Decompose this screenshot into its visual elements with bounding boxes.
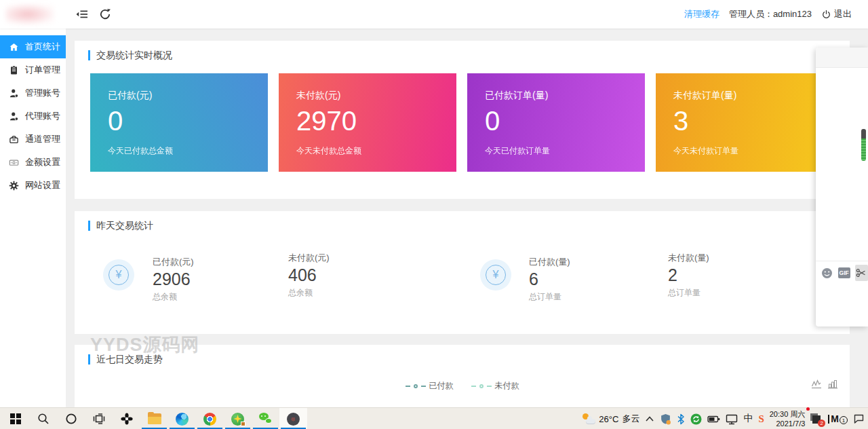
search-button[interactable]	[29, 408, 57, 429]
stat-unpaid-count: 未付款(量) 2 总订单量	[668, 252, 709, 299]
sidebar-item-site-settings[interactable]: 网站设置	[0, 174, 66, 197]
active-app-button[interactable]	[279, 408, 307, 429]
dark-circle-app-icon	[287, 413, 300, 426]
green-star-icon	[231, 413, 244, 426]
task-view-button[interactable]	[85, 408, 113, 429]
sogou-input-icon[interactable]: S	[758, 413, 764, 425]
network-tray-icon[interactable]	[726, 413, 738, 425]
home-icon	[9, 42, 19, 52]
im-tray-icon[interactable]: M 1	[828, 413, 848, 424]
screenshot-button[interactable]	[855, 265, 868, 281]
sidebar-item-home-stats[interactable]: 首页统计	[0, 35, 66, 58]
card-caption: 今天未付款总金额	[296, 145, 361, 157]
user-agent-icon	[9, 111, 19, 122]
edge-browser-button[interactable]	[168, 408, 196, 429]
logout-label: 退出	[834, 8, 852, 20]
card-paid-amount: 已付款(元) 0 今天已付款总金额	[90, 73, 268, 172]
sync-tray-icon[interactable]	[690, 413, 702, 425]
card-label: 未付款(元)	[296, 90, 439, 102]
logout-button[interactable]: 退出	[821, 8, 852, 20]
bluetooth-icon	[677, 413, 685, 425]
card-caption: 今天已付款订单量	[485, 145, 550, 157]
clock-time: 20:30 周六	[770, 409, 806, 419]
legend-paid[interactable]: 已付款	[406, 380, 454, 392]
sidebar-item-admin-accounts[interactable]: 管理账号	[0, 81, 66, 105]
card-label: 未付款订单(量)	[673, 90, 816, 102]
sidebar-collapse-icon[interactable]	[75, 7, 89, 21]
start-button[interactable]	[1, 408, 29, 429]
chat-scrollbar-thumb[interactable]	[861, 129, 866, 161]
card-label: 已付款(元)	[108, 90, 250, 102]
wechat-button[interactable]	[252, 408, 279, 429]
defender-tray-icon[interactable]	[660, 413, 671, 425]
card-value: 3	[673, 106, 816, 136]
sidebar: 首页统计 订单管理 管理账号 代理账号 通道管理 金额设置 网站设置	[0, 29, 66, 407]
sidebar-item-label: 代理账号	[25, 110, 60, 122]
card-label: 已付款订单(量)	[485, 90, 627, 102]
sidebar-item-label: 金额设置	[25, 156, 60, 168]
action-center-button[interactable]	[853, 413, 865, 424]
chat-toolbar: GIF	[816, 261, 868, 281]
bar-chart-toggle-icon[interactable]	[827, 379, 838, 390]
app-logo	[5, 4, 54, 24]
cortana-icon	[65, 413, 77, 425]
wechat-icon	[259, 413, 273, 425]
bluetooth-tray-icon[interactable]	[677, 413, 685, 425]
sidebar-item-amount-settings[interactable]: 金额设置	[0, 151, 66, 174]
pinwheel-app-button[interactable]	[113, 408, 140, 429]
notification-dot	[806, 407, 810, 411]
card-caption: 今天未付款订单量	[673, 145, 738, 157]
sidebar-item-label: 通道管理	[25, 133, 60, 145]
power-icon	[821, 10, 831, 20]
weather-widget[interactable]: 26°C 多云	[582, 413, 639, 425]
stat-unpaid-amount: 未付款(元) 406 总余额	[288, 252, 330, 299]
chrome-icon	[203, 413, 216, 426]
notification-badge: 2	[818, 419, 825, 427]
emoji-button[interactable]	[821, 265, 833, 280]
admin-label: 管理人员：admin123	[729, 8, 812, 20]
card-value: 2970	[296, 106, 439, 136]
line-chart-toggle-icon[interactable]	[811, 379, 822, 390]
sidebar-item-label: 订单管理	[25, 64, 60, 76]
taskbar-clock[interactable]: 20:30 周六 2021/7/3	[770, 409, 806, 429]
cortana-button[interactable]	[57, 408, 85, 429]
tray-expand-button[interactable]	[645, 415, 654, 422]
weather-temp: 26°C	[599, 414, 618, 424]
search-icon	[37, 413, 50, 425]
file-explorer-button[interactable]	[140, 408, 168, 429]
watermark-text: YYDS源码网	[90, 333, 200, 357]
legend-unpaid[interactable]: 未付款	[471, 380, 519, 392]
sidebar-item-label: 首页统计	[25, 41, 60, 53]
clear-cache-link[interactable]: 清理缓存	[684, 8, 719, 20]
speech-bubble-icon	[853, 413, 865, 424]
battery-tray-icon[interactable]	[707, 413, 720, 425]
smiley-icon	[821, 267, 833, 279]
legend-label: 已付款	[429, 380, 454, 392]
clock-date: 2021/7/3	[770, 419, 806, 428]
scissors-icon	[856, 267, 867, 278]
chrome-browser-button[interactable]	[196, 408, 224, 429]
section-title: 交易统计实时概况	[88, 50, 172, 60]
sidebar-item-channels[interactable]: 通道管理	[0, 128, 66, 151]
gear-icon	[9, 181, 19, 191]
pinwheel-icon	[121, 413, 133, 425]
money-icon	[9, 157, 19, 168]
card-value: 0	[485, 106, 627, 136]
stacked-windows-tray-icon[interactable]: 2	[810, 413, 823, 425]
stat-paid-count: 已付款(量) 6 总订单量	[529, 256, 570, 303]
security-app-button[interactable]	[224, 408, 252, 429]
chat-window-header	[816, 48, 868, 68]
top-header: 清理缓存 管理人员：admin123 退出	[0, 0, 868, 29]
sidebar-item-orders[interactable]: 订单管理	[0, 58, 66, 81]
chevron-up-icon	[645, 415, 654, 422]
gif-button[interactable]: GIF	[838, 267, 850, 278]
ime-indicator[interactable]: 中	[743, 413, 753, 425]
refresh-icon[interactable]	[98, 7, 112, 21]
yen-icon: ¥	[480, 259, 511, 291]
yen-icon: ¥	[103, 259, 134, 291]
sidebar-item-agent-accounts[interactable]: 代理账号	[0, 105, 66, 128]
realtime-stats-section: 交易统计实时概况 已付款(元) 0 今天已付款总金额 未付款(元) 2970 今…	[75, 41, 850, 199]
clipboard-icon	[9, 65, 19, 75]
card-caption: 今天已付款总金额	[108, 145, 173, 157]
im-badge: 1	[840, 416, 848, 424]
